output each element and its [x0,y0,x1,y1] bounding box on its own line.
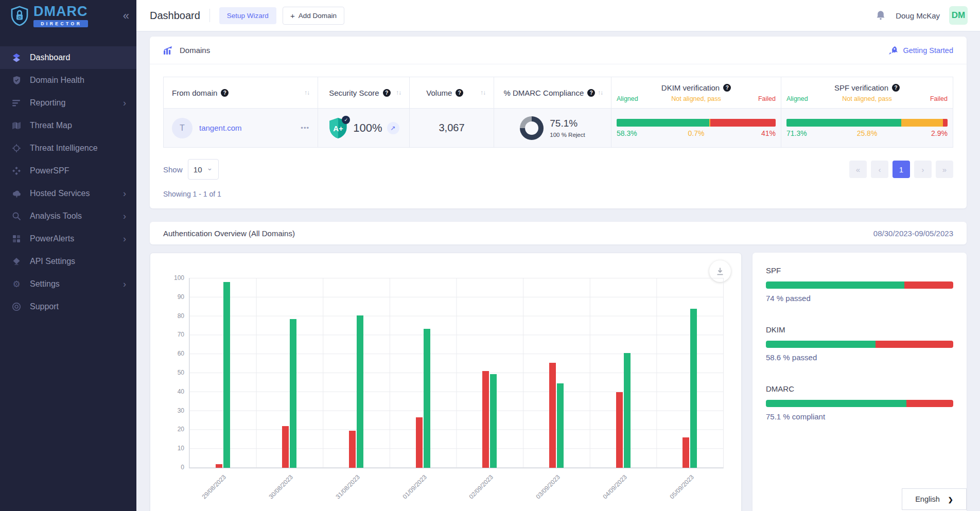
help-icon[interactable] [221,89,229,97]
col-header-dmarc-compliance[interactable]: % DMARC Compliance [494,77,611,108]
summary-label: DKIM [766,325,953,334]
svg-text:@: @ [18,15,22,20]
summary-label: SPF [766,266,953,275]
sidebar-item-label: Reporting [30,98,65,108]
page-size-value: 10 [194,165,202,174]
chart-plot: 0102030405060708090100 [189,278,724,468]
app-logo[interactable]: @ DMARC DIRECTOR [10,5,88,27]
crosshair-icon [11,144,22,153]
show-label: Show [163,165,183,174]
sidebar-item-label: Dashboard [30,53,70,62]
page-size-select[interactable]: 10 [188,159,219,180]
chevron-right-icon: › [123,188,126,199]
sidebar-item-label: API Settings [30,257,75,266]
dashboard-icon [11,53,22,62]
auth-overview-section: Authentication Overview (All Domains) 08… [150,222,967,511]
bar-segment [904,281,953,289]
getting-started-link[interactable]: Getting Started [888,45,953,56]
row-menu-icon[interactable] [301,124,309,132]
pagination-first-button[interactable]: « [849,161,867,178]
sidebar-item-threat-map[interactable]: Threat Map [0,114,136,137]
help-icon[interactable] [587,89,595,97]
grid-icon [11,235,22,243]
sort-icon[interactable] [480,89,485,96]
summary-block-dkim: DKIM 58.6 % passed [766,325,953,362]
pagination-last-button[interactable]: » [936,161,953,178]
diamond-cluster-icon [11,166,22,175]
cloud-icon [11,189,22,198]
col-header-security-score[interactable]: Security Score [318,77,410,108]
avatar[interactable]: DM [949,6,968,25]
chart-x-tick-label: 01/09/2023 [401,473,428,500]
chart-x-tick-label: 05/09/2023 [669,473,695,500]
sidebar-item-powerspf[interactable]: PowerSPF [0,160,136,182]
sub-label-not-aligned: Not aligned, pass [840,95,894,102]
language-selector[interactable]: English [902,488,967,510]
sort-icon[interactable] [598,89,603,96]
chevron-right-icon: › [123,234,126,244]
help-icon[interactable] [456,89,463,97]
help-icon[interactable] [723,84,731,92]
chart-y-tick-label: 20 [178,426,184,433]
chart-bar-failed [349,431,356,468]
sidebar-item-settings[interactable]: ⚙ Settings › [0,273,136,295]
compliance-note: 100 % Reject [550,132,585,138]
main-area: Dashboard Setup Wizard Add Domain Doug M… [136,0,980,511]
sub-label-aligned: Aligned [786,95,840,102]
user-name[interactable]: Doug McKay [896,11,940,20]
sort-icon[interactable] [304,89,309,96]
date-range[interactable]: 08/30/2023-09/05/2023 [873,229,953,238]
chart-bar-group [656,278,723,468]
dkim-not-aligned-value: 0.7% [670,129,723,137]
spf-bar [786,119,948,127]
col-header-dkim-verification: DKIM verification Aligned Not aligned, p… [611,77,781,108]
cell-volume: 3,067 [410,109,494,147]
chart-x-tick-label: 29/08/2023 [200,473,227,500]
chart-y-tick-label: 80 [178,312,184,320]
app-root: @ DMARC DIRECTOR « Dashboard Domai [0,0,980,511]
chart-y-tick-label: 50 [178,369,184,376]
content: Domains Getting Started From domain [136,31,980,511]
sidebar-item-threat-intelligence[interactable]: Threat Intelligence [0,137,136,160]
dkim-aligned-value: 58.3% [617,129,670,137]
help-icon[interactable] [892,84,900,92]
bar-segment [943,119,948,127]
report-lines-icon [11,99,22,107]
sidebar-item-reporting[interactable]: Reporting › [0,92,136,114]
sidebar-collapse-icon[interactable]: « [123,10,129,22]
help-icon[interactable] [383,89,391,97]
sidebar-item-support[interactable]: Support [0,295,136,318]
add-domain-button[interactable]: Add Domain [283,7,344,25]
sort-icon[interactable] [396,89,401,96]
auth-chart-card: 0102030405060708090100 29/08/202330/08/2… [150,253,742,511]
setup-wizard-button[interactable]: Setup Wizard [219,7,276,24]
sidebar-item-poweralerts[interactable]: PowerAlerts › [0,227,136,250]
auth-overview-header: Authentication Overview (All Domains) 08… [150,222,967,244]
col-header-volume[interactable]: Volume [410,77,494,108]
rocket-icon [888,45,898,56]
col-label: Volume [426,89,452,97]
summary-text: 75.1 % compliant [766,412,953,421]
domains-card-title: Domains [180,46,210,55]
notifications-bell-icon[interactable] [875,10,886,21]
col-header-from-domain[interactable]: From domain [164,77,318,108]
external-link-icon[interactable] [387,122,399,134]
cell-spf-verification: 71.3% 25.8% 2.9% [781,109,953,147]
sidebar-item-dashboard[interactable]: Dashboard [0,46,136,69]
summary-text: 58.6 % passed [766,353,953,362]
gear-icon: ⚙ [11,280,22,289]
pagination-prev-button[interactable]: ‹ [871,161,888,178]
bar-chart-icon [163,46,173,55]
pagination-next-button[interactable]: › [914,161,932,178]
sidebar-item-api-settings[interactable]: API Settings [0,250,136,273]
pagination-page-1-button[interactable]: 1 [892,161,910,178]
sidebar-item-domain-health[interactable]: Domain Health [0,69,136,92]
download-icon [715,267,725,276]
sidebar-item-hosted-services[interactable]: Hosted Services › [0,182,136,205]
sidebar-item-analysis-tools[interactable]: Analysis Tools › [0,205,136,227]
chart-bar-failed [282,426,289,468]
domain-link[interactable]: tangent.com [199,124,242,132]
sidebar-item-label: Hosted Services [30,189,90,198]
bar-segment [766,281,904,289]
domains-table: From domain Security Score Volume [163,77,953,148]
